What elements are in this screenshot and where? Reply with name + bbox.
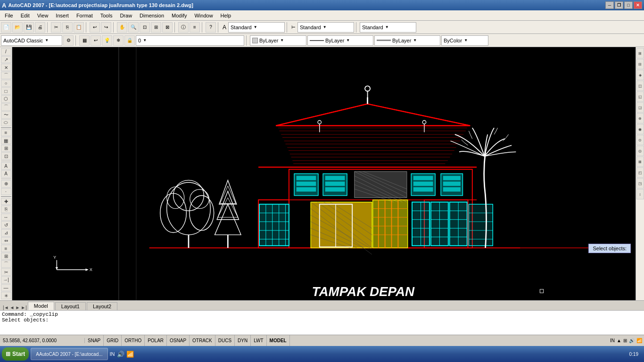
plot-style-dropdown[interactable]: ByColor ▼ xyxy=(441,35,488,46)
ortho-button[interactable]: ORTHO xyxy=(122,335,145,346)
array-tool[interactable]: ⊞ xyxy=(1,253,11,260)
panel-btn1[interactable]: ⊞ xyxy=(636,48,644,58)
cut-button[interactable]: ✂ xyxy=(51,22,61,33)
model-button[interactable]: MODEL xyxy=(267,335,290,346)
insert-block-tool[interactable]: ⊕ xyxy=(1,180,11,188)
panel-btn12[interactable]: ◰ xyxy=(636,167,644,178)
polar-button[interactable]: POLAR xyxy=(145,335,167,346)
layer-on-button[interactable]: 💡 xyxy=(102,35,112,46)
menu-view[interactable]: View xyxy=(33,12,52,19)
panel-btn11[interactable]: ⊠ xyxy=(636,156,644,167)
pan-button[interactable]: ✋ xyxy=(117,22,127,33)
break-tool[interactable]: — xyxy=(1,284,11,292)
layer-lock-button[interactable]: 🔒 xyxy=(124,35,135,46)
snap-button[interactable]: SNAP xyxy=(85,335,104,346)
drawing-canvas-area[interactable]: TAMPAK DEPAN SKALA 1:100 Y X Select obje… xyxy=(12,47,636,300)
menu-tools[interactable]: Tools xyxy=(97,12,116,19)
tab-layout1[interactable]: Layout1 xyxy=(55,302,86,310)
menu-window[interactable]: Window xyxy=(190,12,216,19)
properties-button[interactable]: ⓘ xyxy=(178,22,189,33)
lwt-button[interactable]: LWT xyxy=(251,335,266,346)
panel-btn3[interactable]: ◈ xyxy=(636,70,644,80)
panel-btn5[interactable]: ◱ xyxy=(636,91,644,102)
tab-last-button[interactable]: ►| xyxy=(21,305,27,310)
panel-btn4[interactable]: ◫ xyxy=(636,81,644,91)
tab-model[interactable]: Model xyxy=(28,302,54,310)
line-tool[interactable]: / xyxy=(1,48,11,56)
layer-dropdown[interactable]: 0 ▼ xyxy=(136,35,244,46)
ellipse-tool[interactable]: ⬭ xyxy=(1,119,11,127)
rotate-tool[interactable]: ↺ xyxy=(1,221,11,229)
menu-dimension[interactable]: Dimension xyxy=(136,12,168,19)
text-tool[interactable]: A xyxy=(1,162,11,170)
tab-prev-button[interactable]: ◄ xyxy=(10,305,15,310)
match-prop-button[interactable]: ≡ xyxy=(190,22,200,33)
undo-button[interactable]: ↩ xyxy=(90,22,100,33)
redo-button[interactable]: ↪ xyxy=(101,22,111,33)
mtext-tool[interactable]: A xyxy=(1,170,11,178)
linetype-dropdown[interactable]: ByLayer ▼ xyxy=(307,35,373,46)
maximize-button[interactable]: □ xyxy=(624,1,633,9)
close-button[interactable]: ✕ xyxy=(634,1,642,9)
circle-tool[interactable]: ○ xyxy=(1,80,11,87)
table-style-dropdown[interactable]: Standard ▼ xyxy=(360,22,416,33)
menu-edit[interactable]: Edit xyxy=(17,12,33,19)
dim-style-dropdown[interactable]: Standard ▼ xyxy=(297,22,354,33)
otrack-button[interactable]: OTRACK xyxy=(190,335,215,346)
command-line-area[interactable]: Command: _copyclip Select objects: xyxy=(0,310,644,335)
hatch-tool[interactable]: ≡ xyxy=(1,129,11,137)
arc-tool[interactable]: ⌒ xyxy=(1,103,11,111)
copy-obj-tool[interactable]: ⎘ xyxy=(1,206,11,213)
offset-tool[interactable]: ≡ xyxy=(1,245,11,252)
zoom-extents-button[interactable]: ⊠ xyxy=(162,22,173,33)
menu-file[interactable]: File xyxy=(1,12,17,19)
panel-btn13[interactable]: ◳ xyxy=(636,178,644,189)
explode-tool[interactable]: ✳ xyxy=(1,292,11,299)
zoom-window-button[interactable]: ⊡ xyxy=(140,22,150,33)
panel-btn8[interactable]: ◉ xyxy=(636,124,644,134)
plot-button[interactable]: 🖨 xyxy=(35,22,45,33)
help-button[interactable]: ? xyxy=(206,22,216,33)
open-button[interactable]: 📂 xyxy=(12,22,23,33)
region-tool[interactable]: ⊞ xyxy=(1,145,11,152)
ray-tool[interactable]: ↗ xyxy=(1,56,11,64)
panel-btn6[interactable]: ◲ xyxy=(636,102,644,113)
rectangle-tool[interactable]: □ xyxy=(1,87,11,95)
tab-layout2[interactable]: Layout2 xyxy=(87,302,117,310)
minimize-button[interactable]: ─ xyxy=(605,1,614,9)
layer-freeze-button[interactable]: ❄ xyxy=(113,35,124,46)
copy-button[interactable]: ⎘ xyxy=(62,22,73,33)
dyn-button[interactable]: DYN xyxy=(235,335,251,346)
start-button[interactable]: ⊞ Start xyxy=(2,347,29,361)
gradient-tool[interactable]: ▦ xyxy=(1,137,11,144)
grid-button[interactable]: GRID xyxy=(104,335,122,346)
scale-tool[interactable]: ⊿ xyxy=(1,229,11,237)
save-button[interactable]: 💾 xyxy=(24,22,34,33)
stretch-tool[interactable]: ↔ xyxy=(1,214,11,221)
panel-btn10[interactable]: ◎ xyxy=(636,146,644,156)
taskbar-autocad-item[interactable]: A AutoCAD 2007 - [E:\autocad... xyxy=(31,348,107,360)
zoom-realtime-button[interactable]: 🔍 xyxy=(128,22,139,33)
tab-first-button[interactable]: |◄ xyxy=(3,305,9,310)
tab-next-button[interactable]: ► xyxy=(15,305,20,310)
ducs-button[interactable]: DUCS xyxy=(215,335,235,346)
text-style-dropdown[interactable]: Standard ▼ xyxy=(228,22,285,33)
menu-draw[interactable]: Draw xyxy=(116,12,136,19)
restore-button[interactable]: ❐ xyxy=(615,1,623,9)
table-tool[interactable]: ⊡ xyxy=(1,152,11,160)
zoom-prev-button[interactable]: ⊞ xyxy=(151,22,161,33)
trim-tool[interactable]: ✂ xyxy=(1,268,11,276)
fillet-tool[interactable]: ⌒ xyxy=(1,260,11,268)
panel-btn9[interactable]: ⊙ xyxy=(636,135,644,145)
workspace-settings-button[interactable]: ⚙ xyxy=(63,35,74,46)
panel-btn7[interactable]: ⊕ xyxy=(636,113,644,123)
menu-insert[interactable]: Insert xyxy=(52,12,73,19)
point-tool[interactable]: · xyxy=(1,188,11,196)
menu-format[interactable]: Format xyxy=(73,12,97,19)
color-dropdown[interactable]: ByLayer ▼ xyxy=(250,35,306,46)
osnap-button[interactable]: OSNAP xyxy=(167,335,190,346)
workspace-dropdown[interactable]: AutoCAD Classic ▼ xyxy=(1,35,62,46)
spline-tool[interactable]: 〜 xyxy=(1,111,11,119)
polygon-tool[interactable]: ⬡ xyxy=(1,95,11,103)
new-button[interactable]: 📄 xyxy=(1,22,11,33)
